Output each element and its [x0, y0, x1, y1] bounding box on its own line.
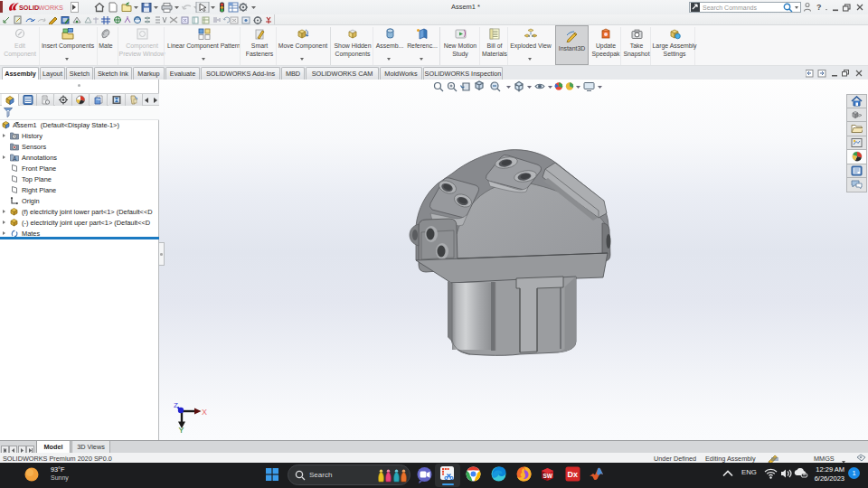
svg-text:X: X [202, 408, 207, 417]
svg-text:WORKS: WORKS [39, 4, 64, 12]
svg-text:?: ? [816, 3, 822, 12]
svg-text:Dx: Dx [568, 470, 579, 479]
svg-text:Z: Z [174, 401, 178, 409]
svg-text:Y: Y [179, 426, 184, 435]
svg-text:SOLID: SOLID [19, 4, 39, 12]
svg-text:A: A [13, 155, 17, 162]
svg-text:SW: SW [543, 473, 553, 479]
